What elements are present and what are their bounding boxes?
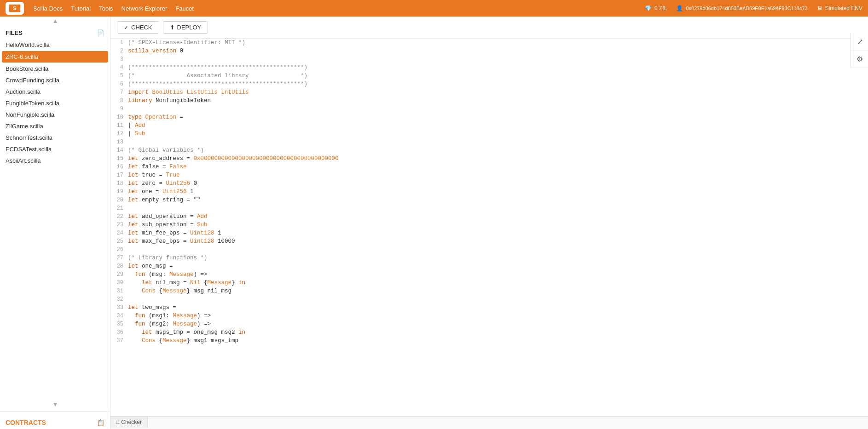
new-file-icon[interactable]: 📄 <box>97 29 104 36</box>
nav-network-explorer[interactable]: Network Explorer <box>122 5 168 12</box>
line-content: let zero_address = 0x0000000000000000000… <box>128 154 868 163</box>
check-button[interactable]: ✓ CHECK <box>117 21 159 34</box>
editor-area: ✓ CHECK ⬆ DEPLOY 1 (* SPDX-License-Ident… <box>110 17 868 429</box>
nav-tools[interactable]: Tools <box>99 5 113 12</box>
line-number: 3 <box>110 55 128 63</box>
file-auction[interactable]: Auction.scilla <box>0 86 110 97</box>
file-nonfungible[interactable]: NonFungible.scilla <box>0 109 110 120</box>
nav-faucet[interactable]: Faucet <box>175 5 194 12</box>
line-number: 14 <box>110 146 128 154</box>
file-zrc6[interactable]: ZRC-6.scilla <box>2 51 108 63</box>
line-content: | Add <box>128 121 868 130</box>
table-row: 22 let add_operation = Add <box>110 212 868 221</box>
line-number: 32 <box>110 295 128 303</box>
file-fungibletoken[interactable]: FungibleToken.scilla <box>0 97 110 109</box>
table-row: 37 Cons {Message} msg1 msgs_tmp <box>110 337 868 345</box>
content-area: ✓ CHECK ⬆ DEPLOY 1 (* SPDX-License-Ident… <box>110 17 868 429</box>
line-content: (***************************************… <box>128 63 868 72</box>
line-content: let add_operation = Add <box>128 212 868 221</box>
line-number: 8 <box>110 97 128 105</box>
line-number: 27 <box>110 254 128 262</box>
checker-label: Checker <box>121 419 142 425</box>
svg-text:S: S <box>13 6 16 11</box>
settings-icon-button[interactable]: ⚙ <box>851 51 868 68</box>
env-display[interactable]: 🖥 Simulated ENV <box>817 5 862 11</box>
files-list: HelloWorld.scilla ZRC-6.scilla BookStore… <box>0 39 110 400</box>
file-asciiart[interactable]: AsciiArt.scilla <box>0 155 110 166</box>
table-row: 35 fun (msg2: Message) => <box>110 320 868 328</box>
line-number: 6 <box>110 80 128 88</box>
table-row: 1 (* SPDX-License-Identifier: MIT *) <box>110 39 868 47</box>
logo[interactable]: S <box>6 2 24 15</box>
table-row: 24 let min_fee_bps = Uint128 1 <box>110 229 868 237</box>
table-row: 16 let false = False <box>110 163 868 171</box>
line-number: 30 <box>110 279 128 287</box>
line-content: fun (msg1: Message) => <box>128 312 868 320</box>
line-number: 16 <box>110 163 128 171</box>
scroll-down-button[interactable]: ▼ <box>0 400 110 408</box>
line-content: let min_fee_bps = Uint128 1 <box>128 229 868 237</box>
checker-tab[interactable]: □ Checker <box>110 417 148 428</box>
line-number: 15 <box>110 154 128 163</box>
nav-links: Scilla Docs Tutorial Tools Network Explo… <box>33 5 636 12</box>
line-number: 29 <box>110 270 128 279</box>
table-row: 19 let one = Uint256 1 <box>110 188 868 196</box>
bottom-panel: □ Checker <box>110 416 868 429</box>
table-row: 34 fun (msg1: Message) => <box>110 312 868 320</box>
line-content: let false = False <box>128 163 868 171</box>
table-row: 27 (* Library functions *) <box>110 254 868 262</box>
line-number: 1 <box>110 39 128 47</box>
table-row: 6 (*************************************… <box>110 80 868 88</box>
line-number: 2 <box>110 47 128 55</box>
toolbar: ✓ CHECK ⬆ DEPLOY <box>110 17 868 39</box>
table-row: 33 let two_msgs = <box>110 303 868 312</box>
table-row: 20 let empty_string = "" <box>110 196 868 204</box>
line-content: let empty_string = "" <box>128 196 868 204</box>
line-content: let nil_msg = Nil {Message} in <box>128 279 868 287</box>
line-number: 4 <box>110 63 128 72</box>
line-number: 20 <box>110 196 128 204</box>
line-number: 11 <box>110 121 128 130</box>
sidebar: ▲ FILES 📄 HelloWorld.scilla ZRC-6.scilla… <box>0 17 110 429</box>
file-crowdfunding[interactable]: CrowdFunding.scilla <box>0 74 110 86</box>
sidebar-divider <box>0 411 110 412</box>
line-number: 24 <box>110 229 128 237</box>
nav-scilla-docs[interactable]: Scilla Docs <box>33 5 63 12</box>
scroll-up-button[interactable]: ▲ <box>0 17 110 25</box>
line-content: fun (msg2: Message) => <box>128 320 868 328</box>
line-number: 17 <box>110 171 128 179</box>
line-number: 23 <box>110 221 128 229</box>
code-editor[interactable]: 1 (* SPDX-License-Identifier: MIT *) 2 s… <box>110 39 868 416</box>
expand-icon-button[interactable]: ⤢ <box>851 33 868 51</box>
deploy-label: DEPLOY <box>177 24 202 31</box>
table-row: 28 let one_msg = <box>110 262 868 270</box>
file-zilgame[interactable]: ZilGame.scilla <box>0 120 110 132</box>
user-icon: 👤 <box>676 5 683 11</box>
table-row: 32 <box>110 295 868 303</box>
balance-value: 0 ZIL <box>654 5 667 11</box>
line-content: let one_msg = <box>128 262 868 270</box>
line-content: (* Library functions *) <box>128 254 868 262</box>
line-number: 10 <box>110 113 128 121</box>
line-content: let sub_operation = Sub <box>128 221 868 229</box>
address-display[interactable]: 👤 0x0279d06db174d050BaAB69E0E1a694F93C11… <box>676 5 807 11</box>
table-row: 15 let zero_address = 0x0000000000000000… <box>110 154 868 163</box>
file-bookstore[interactable]: BookStore.scilla <box>0 63 110 74</box>
topnav-right: 💎 0 ZIL 👤 0x0279d06db174d050BaAB69E0E1a6… <box>645 5 862 11</box>
file-ecdsatest[interactable]: ECDSATest.scilla <box>0 143 110 155</box>
table-row: 5 (* Associated library *) <box>110 72 868 80</box>
file-schnorrtest[interactable]: SchnorrTest.scilla <box>0 132 110 143</box>
checker-icon: □ <box>116 419 119 425</box>
line-content: let msgs_tmp = one_msg msg2 in <box>128 328 868 337</box>
line-number: 5 <box>110 72 128 80</box>
line-number: 18 <box>110 179 128 188</box>
line-content: let two_msgs = <box>128 303 868 312</box>
line-number: 7 <box>110 88 128 97</box>
line-content: (* Global variables *) <box>128 146 868 154</box>
table-row: 21 <box>110 204 868 212</box>
nav-tutorial[interactable]: Tutorial <box>71 5 91 12</box>
contracts-icon[interactable]: 📋 <box>97 419 104 426</box>
line-number: 37 <box>110 337 128 345</box>
file-helloworld[interactable]: HelloWorld.scilla <box>0 39 110 51</box>
deploy-button[interactable]: ⬆ DEPLOY <box>163 21 208 34</box>
